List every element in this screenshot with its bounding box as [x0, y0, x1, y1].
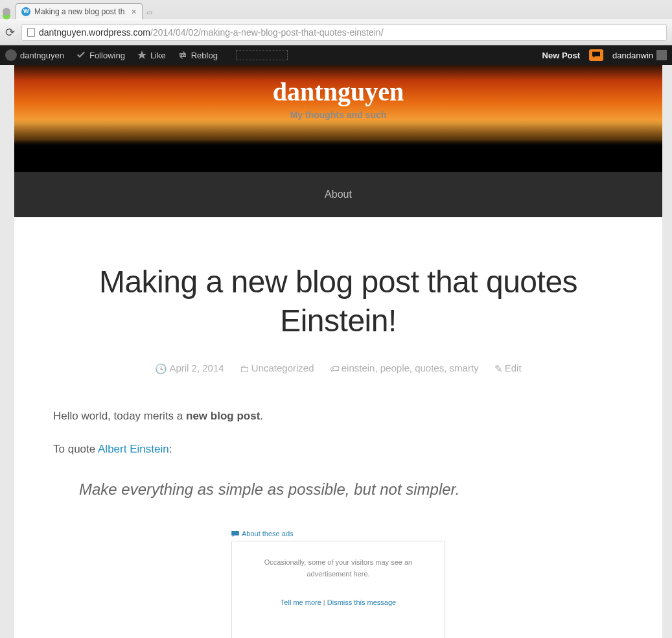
dismiss-link[interactable]: Dismiss this message [327, 598, 396, 606]
post-body: Hello world, today merits a new blog pos… [53, 407, 623, 638]
site-tagline: My thoughts and such [14, 110, 662, 120]
ads-container: About these ads Occasionally, some of yo… [231, 528, 445, 638]
post-meta: 🕓April 2, 2014 🗀Uncategorized 🏷einstein,… [53, 362, 623, 375]
about-ads-link[interactable]: About these ads [231, 528, 445, 540]
tag-link[interactable]: people [380, 362, 410, 373]
edit-link[interactable]: ✎Edit [494, 362, 522, 373]
wp-site-name: dantnguyen [20, 51, 64, 60]
wp-admin-bar: dantnguyen Following Like Reblog New Pos… [0, 45, 672, 65]
page-icon [27, 28, 35, 37]
check-icon [76, 50, 86, 60]
paragraph: To quote Albert Einstein: [53, 440, 623, 458]
site-nav: About [14, 172, 662, 217]
tag-link[interactable]: smarty [450, 362, 479, 373]
address-toolbar: ⟳ dantnguyen.wordpress.com/2014/04/02/ma… [0, 19, 672, 45]
post-title: Making a new blog post that quotes Einst… [53, 263, 623, 340]
post-tags: 🏷einstein, people, quotes, smarty [330, 362, 479, 373]
reload-icon[interactable]: ⟳ [5, 25, 15, 40]
reblog-icon [178, 50, 188, 60]
wordpress-logo-icon [5, 49, 17, 61]
url-path: /2014/04/02/making-a-new-blog-post-that-… [150, 27, 384, 38]
wordpress-favicon [21, 7, 30, 16]
address-bar[interactable]: dantnguyen.wordpress.com/2014/04/02/maki… [21, 24, 667, 41]
tag-link[interactable]: einstein [342, 362, 375, 373]
ads-notice-box: Occasionally, some of your visitors may … [231, 541, 445, 638]
tab-title: Making a new blog post th [34, 7, 124, 16]
new-post-button[interactable]: New Post [542, 51, 581, 60]
following-button[interactable]: Following [76, 50, 125, 60]
post-category[interactable]: 🗀Uncategorized [240, 362, 314, 373]
browser-tab[interactable]: Making a new blog post th × [16, 3, 143, 19]
notifications-button[interactable] [589, 49, 603, 61]
window-traffic-lights [3, 4, 12, 16]
reblog-button[interactable]: Reblog [178, 50, 218, 60]
user-menu[interactable]: dandanwin [612, 50, 667, 60]
site-title[interactable]: dantnguyen [14, 77, 662, 107]
site-container: dantnguyen My thoughts and such About Ma… [14, 65, 662, 638]
einstein-link[interactable]: Albert Einstein [98, 443, 169, 455]
pencil-icon: ✎ [494, 363, 503, 375]
folder-icon: 🗀 [240, 363, 249, 374]
close-icon[interactable]: × [131, 6, 136, 17]
clock-icon: 🕓 [155, 363, 167, 375]
url-domain: dantnguyen.wordpress.com [39, 27, 150, 38]
paragraph: Hello world, today merits a new blog pos… [53, 407, 623, 425]
wp-site-menu[interactable]: dantnguyen [5, 49, 64, 61]
tell-me-more-link[interactable]: Tell me more [281, 598, 321, 606]
site-header: dantnguyen My thoughts and such [14, 65, 662, 172]
wp-search-input[interactable] [236, 50, 288, 60]
tab-bar: Making a new blog post th × ▱ [0, 0, 672, 19]
speech-bubble-icon [592, 51, 601, 59]
speech-bubble-icon [231, 531, 239, 538]
like-button[interactable]: Like [137, 50, 166, 60]
nav-about[interactable]: About [325, 189, 352, 200]
new-tab-button[interactable]: ▱ [146, 8, 152, 17]
post-date[interactable]: 🕓April 2, 2014 [155, 362, 224, 373]
avatar [656, 50, 667, 60]
ads-notice-text: Occasionally, some of your visitors may … [241, 557, 435, 580]
tag-link[interactable]: quotes [415, 362, 444, 373]
tag-icon: 🏷 [330, 363, 340, 374]
blockquote: Make everything as simple as possible, b… [53, 477, 623, 502]
post-content: Making a new blog post that quotes Einst… [14, 217, 662, 638]
star-icon [137, 50, 147, 60]
browser-chrome: Making a new blog post th × ▱ ⟳ dantnguy… [0, 0, 672, 45]
